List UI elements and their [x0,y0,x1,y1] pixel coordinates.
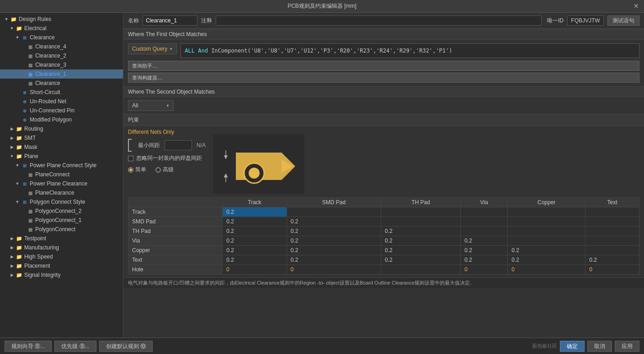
rule-comment-input[interactable] [216,16,542,26]
cell-hole-text[interactable]: 0 [585,265,639,275]
tree-arrow-mask: ▶ [9,144,15,150]
table-row-via: Via 0.2 0.2 0.2 0.2 [128,236,639,246]
tree-item-design-rules[interactable]: ▼ 📁 Design Rules [0,15,123,24]
ok-button[interactable]: 确定 [560,341,585,352]
tree-item-clearance-1[interactable]: ▷ ▦ Clearance_1 [0,69,123,79]
tree-item-manufacturing[interactable]: ▶ 📁 Manufacturing [0,243,123,252]
query-builder-button[interactable]: 查询构建器.... [128,73,639,83]
tree-item-plane-clearance[interactable]: ▷ ▦ PlaneClearance [0,188,123,197]
cell-text-track[interactable]: 0.2 [223,255,287,265]
cell-th-copper[interactable] [508,227,585,236]
cell-hole-via[interactable]: 0 [461,265,508,275]
tree-item-short-circuit[interactable]: ▷ ⊕ Short-Circuit [0,88,123,97]
create-default-button[interactable]: 创建默认规则 ⑩ [99,341,153,352]
priority-button[interactable]: 优先级 ⑧... [54,341,96,352]
cell-text-copper[interactable]: 0.2 [508,255,585,265]
tree-item-pgc[interactable]: ▷ ▦ PolygonConnect [0,225,123,234]
cell-copper-text[interactable] [585,246,639,255]
tree-item-un-connected-pin[interactable]: ▷ ⊕ Un-Connected Pin [0,106,123,115]
custom-query-dropdown[interactable]: Custom Query ▼ [128,43,177,54]
tree-item-clearance-2[interactable]: ▷ ▦ Clearance_2 [0,51,123,60]
cell-text-th[interactable]: 0.2 [381,255,461,265]
cancel-button[interactable]: 取消 [587,341,612,352]
cell-th-text[interactable] [585,227,639,236]
tree-item-plane[interactable]: ▼ 📁 Plane [0,152,123,161]
cell-smd-copper[interactable] [508,217,585,227]
cell-via-track[interactable]: 0.2 [223,236,287,246]
window-title: PCB规则及约束编辑器 [mm] [287,2,357,10]
cell-hole-smd[interactable]: 0 [287,265,381,275]
folder-icon-testpoint: 📁 [16,235,23,242]
tree-item-clearance-sub[interactable]: ▷ ▦ Clearance [0,79,123,88]
tree-item-pgc1[interactable]: ▷ ▦ PolygonConnect_1 [0,216,123,225]
rule-wizard-button[interactable]: 规则向导 ⑧... [5,341,52,352]
cell-text-via[interactable]: 0.2 [461,255,508,265]
folder-icon-smt: 📁 [16,134,23,142]
tree-item-plane-connect[interactable]: ▷ ▦ PlaneConnect [0,170,123,179]
query-assistant-button[interactable]: 查询助手.... [128,61,639,71]
tree-item-pgc2[interactable]: ▷ ▦ PolygonConnect_2 [0,206,123,216]
tree-item-modified-polygon[interactable]: ▷ ⊕ Modified Polygon [0,115,123,124]
cell-text-text[interactable]: 0.2 [585,255,639,265]
rule-name-input[interactable] [143,16,197,26]
cell-via-via[interactable]: 0.2 [461,236,508,246]
tree-item-high-speed[interactable]: ▶ 📁 High Speed [0,252,123,261]
uid-value-input [567,16,604,26]
cell-smd-track[interactable]: 0.2 [223,217,287,227]
tree-item-smt[interactable]: ▶ 📁 SMT [0,133,123,143]
tree-item-clearance-4[interactable]: ▷ ▦ Clearance_4 [0,42,123,51]
tree-item-ppc[interactable]: ▼ ⊞ Power Plane Clearance [0,179,123,188]
tree-item-placement[interactable]: ▶ 📁 Placement [0,261,123,270]
tree-item-clearance-3[interactable]: ▷ ▦ Clearance_3 [0,60,123,69]
cell-hole-copper[interactable]: 0 [508,265,585,275]
cell-track-via[interactable] [461,207,508,217]
apply-button[interactable]: 应用 [615,341,639,352]
cell-copper-th[interactable]: 0.2 [381,246,461,255]
cell-smd-th[interactable] [381,217,461,227]
cell-copper-via[interactable]: 0.2 [461,246,508,255]
cell-via-th[interactable]: 0.2 [381,236,461,246]
cell-th-smd[interactable]: 0.2 [287,227,381,236]
tree-item-clearance-group[interactable]: ▼ ⊞ Clearance [0,33,123,42]
cell-smd-smd[interactable]: 0.2 [287,217,381,227]
tree-item-routing[interactable]: ▶ 📁 Routing [0,124,123,133]
cell-track-text[interactable] [585,207,639,217]
tree-item-mask[interactable]: ▶ 📁 Mask [0,143,123,152]
tree-label-plane-clearance: PlaneClearance [35,190,74,196]
cell-hole-track[interactable]: 0 [223,265,287,275]
cell-via-text[interactable] [585,236,639,246]
tree-item-ppcs[interactable]: ▼ ⊞ Power Plane Connect Style [0,161,123,170]
cell-copper-smd[interactable]: 0.2 [287,246,381,255]
cell-track-track[interactable]: 0.2 [223,207,287,217]
tree-item-un-routed-net[interactable]: ▷ ⊕ Un-Routed Net [0,97,123,106]
cell-text-smd[interactable]: 0.2 [287,255,381,265]
cell-copper-track[interactable]: 0.2 [223,246,287,255]
tree-item-testpoint[interactable]: ▶ 📁 Testpoint [0,234,123,243]
cell-via-copper[interactable] [508,236,585,246]
cell-via-smd[interactable]: 0.2 [287,236,381,246]
second-object-dropdown[interactable]: All ▼ [128,100,174,111]
cell-track-smd[interactable] [287,207,381,217]
cell-hole-th[interactable] [381,265,461,275]
cell-copper-copper[interactable]: 0.2 [508,246,585,255]
tree-item-electrical[interactable]: ▼ 📁 Electrical [0,24,123,33]
tree-label-un-routed-net: Un-Routed Net [30,98,66,105]
rule-icon-pgc: ▦ [27,226,34,233]
cell-smd-via[interactable] [461,217,508,227]
tree-item-signal-integrity[interactable]: ▶ 📁 Signal Integrity [0,270,123,280]
radio-advanced[interactable]: 高级 [155,166,174,174]
ignore-pads-checkbox[interactable] [128,156,133,161]
test-statement-button[interactable]: 测试语句 [607,16,639,26]
min-clearance-input[interactable] [165,140,192,150]
cell-track-th[interactable] [381,207,461,217]
cell-th-via[interactable] [461,227,508,236]
radio-simple[interactable]: 简单 [128,166,146,174]
cell-th-track[interactable]: 0.2 [223,227,287,236]
close-icon[interactable]: ✕ [632,2,640,10]
tree-item-pgcs[interactable]: ▼ ⊞ Polygon Connect Style [0,197,123,206]
tree-label-modified-polygon: Modified Polygon [30,116,72,123]
cell-th-th[interactable]: 0.2 [381,227,461,236]
name-label: 名称 [128,17,139,25]
cell-track-copper[interactable] [508,207,585,217]
cell-smd-text[interactable] [585,217,639,227]
